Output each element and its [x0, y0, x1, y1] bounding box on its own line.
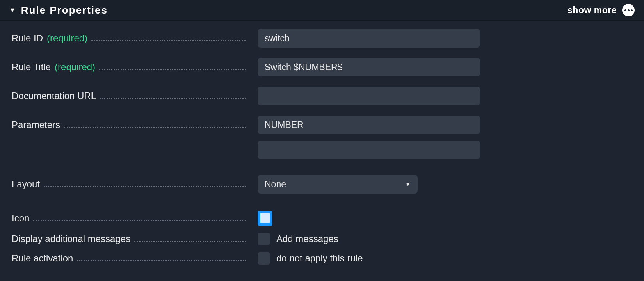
layout-select[interactable]: None ▼: [258, 175, 418, 194]
rule-id-input[interactable]: [258, 29, 480, 48]
dotted-leader: [100, 98, 246, 99]
field-parameters-1: [246, 116, 480, 134]
label-text: Documentation URL: [12, 91, 96, 101]
parameters-input-2[interactable]: [258, 140, 480, 159]
label-rule-title: Rule Title (required): [12, 62, 246, 73]
panel-header: ▼ Rule Properties show more: [0, 0, 644, 21]
more-menu-icon[interactable]: [622, 4, 635, 16]
label-rule-activation: Rule activation: [12, 253, 246, 264]
label-doc-url: Documentation URL: [12, 91, 246, 101]
label-text: Icon: [12, 213, 29, 224]
panel-title: Rule Properties: [21, 4, 108, 16]
icon-swatch: [260, 213, 270, 223]
field-rule-activation: do not apply this rule: [246, 252, 363, 265]
panel-body: Rule ID (required) Rule Title (required)…: [0, 21, 644, 272]
row-rule-title: Rule Title (required): [12, 58, 632, 76]
icon-picker[interactable]: [258, 211, 272, 226]
label-display-additional: Display additional messages: [12, 233, 246, 244]
dotted-leader: [134, 241, 246, 242]
panel-header-right: show more: [568, 4, 635, 16]
row-icon: Icon: [12, 211, 632, 226]
label-text: Rule activation: [12, 253, 73, 264]
field-parameters-2: [246, 140, 480, 159]
label-text: Rule ID: [12, 33, 43, 44]
field-rule-id: [246, 29, 480, 48]
label-icon: Icon: [12, 213, 246, 224]
field-rule-title: [246, 58, 480, 76]
label-parameters: Parameters: [12, 119, 246, 130]
field-display-additional: Add messages: [246, 233, 338, 245]
chevron-down-icon: ▼: [405, 181, 411, 187]
add-messages-label: Add messages: [276, 233, 338, 244]
label-rule-id: Rule ID (required): [12, 33, 246, 44]
do-not-apply-checkbox[interactable]: [258, 252, 270, 265]
dotted-leader: [77, 260, 246, 261]
dotted-leader: [64, 127, 246, 128]
show-more-link[interactable]: show more: [568, 5, 617, 16]
field-layout: None ▼: [246, 175, 418, 194]
doc-url-input[interactable]: [258, 87, 480, 105]
row-rule-id: Rule ID (required): [12, 29, 632, 48]
collapse-toggle-icon[interactable]: ▼: [9, 7, 16, 14]
dotted-leader: [33, 220, 246, 221]
label-text: Rule Title: [12, 62, 51, 73]
row-parameters: Parameters: [12, 116, 632, 134]
row-display-additional: Display additional messages Add messages: [12, 233, 632, 245]
label-layout: Layout: [12, 179, 246, 190]
rule-title-input[interactable]: [258, 58, 480, 76]
required-marker: (required): [55, 62, 95, 73]
row-parameters-2: [12, 140, 632, 159]
panel-header-left: ▼ Rule Properties: [9, 4, 108, 16]
parameters-input-1[interactable]: [258, 116, 480, 134]
field-icon: [246, 211, 272, 226]
row-layout: Layout None ▼: [12, 175, 632, 194]
row-doc-url: Documentation URL: [12, 87, 632, 105]
layout-selected-value: None: [265, 179, 286, 190]
label-text: Layout: [12, 179, 40, 190]
required-marker: (required): [47, 33, 87, 44]
add-messages-checkbox[interactable]: [258, 233, 270, 245]
row-rule-activation: Rule activation do not apply this rule: [12, 252, 632, 265]
do-not-apply-label: do not apply this rule: [276, 253, 363, 264]
field-doc-url: [246, 87, 480, 105]
dotted-leader: [44, 186, 246, 187]
dotted-leader: [99, 69, 246, 70]
dotted-leader: [91, 40, 246, 41]
label-text: Display additional messages: [12, 233, 130, 244]
label-text: Parameters: [12, 119, 60, 130]
